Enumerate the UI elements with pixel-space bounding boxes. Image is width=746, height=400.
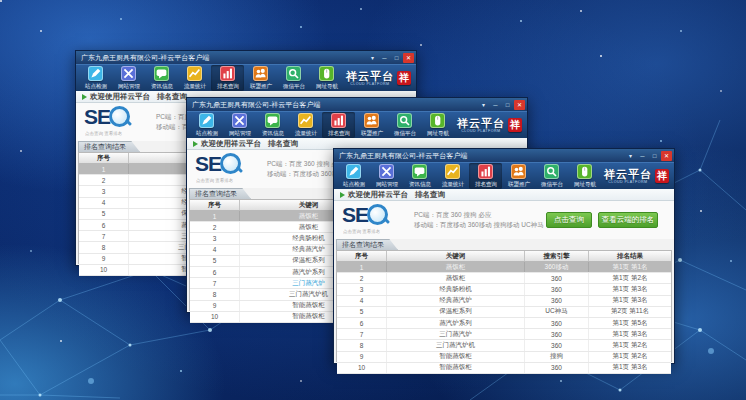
magnifier-icon bbox=[286, 66, 301, 81]
toolbar-item-label: 流量统计 bbox=[294, 129, 316, 137]
toolbar-item-label: 联盟推广 bbox=[360, 129, 382, 137]
toolbar-item-union-promo[interactable]: 联盟推广 bbox=[244, 65, 277, 91]
brand-name: 祥云平台 bbox=[346, 71, 394, 82]
search-engine-cell: 360 bbox=[525, 340, 589, 350]
table-row[interactable]: 5保温柜系列UC神马第2页 第11名 bbox=[337, 307, 671, 318]
minimize-button[interactable]: ─ bbox=[379, 53, 390, 63]
seo-logo: SE bbox=[195, 153, 241, 174]
pencil-icon bbox=[346, 164, 361, 179]
toolbar-item-label: 联盟推广 bbox=[507, 180, 529, 188]
bar-chart-icon bbox=[331, 113, 346, 128]
search-engine-cell: 360 bbox=[525, 329, 589, 339]
toolbar-item-site-check[interactable]: 站点检测 bbox=[337, 163, 370, 189]
toolbar-item-site-nav[interactable]: 网址导航 bbox=[310, 65, 343, 91]
seo-logo-text: SE bbox=[195, 153, 221, 174]
close-button[interactable]: ✕ bbox=[514, 100, 525, 110]
query-button[interactable]: 点击查询 bbox=[546, 212, 592, 228]
row-index-cell: 6 bbox=[337, 318, 387, 328]
brand-seal: 祥 bbox=[508, 118, 522, 132]
title-bar[interactable]: 广东九鼎王厨具有限公司-祥云平台客户端 ▾ ─ □ ✕ bbox=[334, 149, 674, 162]
keyword-cell: 蒸饭柜 bbox=[387, 262, 525, 272]
toolbar-item-traffic-stat[interactable]: 流量统计 bbox=[178, 65, 211, 91]
skin-menu-button[interactable]: ▾ bbox=[625, 151, 636, 161]
minimize-button[interactable]: ─ bbox=[490, 100, 501, 110]
line-chart-icon bbox=[187, 66, 202, 81]
header-index: 序号 bbox=[190, 200, 240, 210]
tab-rank-results[interactable]: 排名查询结果 bbox=[78, 141, 140, 152]
header-index: 序号 bbox=[337, 251, 387, 261]
rank-result-cell: 第1页 第3名 bbox=[589, 296, 671, 306]
app-window: 广东九鼎王厨具有限公司-祥云平台客户端 ▾ ─ □ ✕ 站点检测网站管理资讯信息… bbox=[333, 148, 675, 364]
table-row[interactable]: 8三门蒸汽炉机360第1页 第2名 bbox=[337, 340, 671, 351]
table-row[interactable]: 9智能蒸饭柜搜狗第1页 第2名 bbox=[337, 352, 671, 363]
toolbar-item-union-promo[interactable]: 联盟推广 bbox=[355, 112, 388, 138]
maximize-button[interactable]: □ bbox=[502, 100, 513, 110]
breadcrumb-page: 排名查询 bbox=[157, 92, 187, 102]
toolbar-item-traffic-stat[interactable]: 流量统计 bbox=[436, 163, 469, 189]
skin-menu-button[interactable]: ▾ bbox=[367, 53, 378, 63]
toolbar-item-site-manage[interactable]: 网站管理 bbox=[112, 65, 145, 91]
toolbar-item-news-info[interactable]: 资讯信息 bbox=[403, 163, 436, 189]
brand-subtitle: CLOUD PLATFORM bbox=[461, 129, 500, 133]
table-row[interactable]: 1蒸饭柜360移动第1页 第1名 bbox=[337, 262, 671, 273]
toolbar-item-rank-query[interactable]: 排名查询 bbox=[211, 65, 244, 91]
toolbar-item-wechat[interactable]: 微信平台 bbox=[535, 163, 568, 189]
table-row[interactable]: 4经典蒸汽炉360第1页 第3名 bbox=[337, 296, 671, 307]
row-index-cell: 2 bbox=[190, 222, 240, 232]
toolbar-item-wechat[interactable]: 微信平台 bbox=[388, 112, 421, 138]
rank-result-cell: 第2页 第11名 bbox=[589, 307, 671, 317]
rank-result-cell: 第1页 第3名 bbox=[589, 363, 671, 373]
table-row[interactable]: 3经典肠粉机360第1页 第3名 bbox=[337, 284, 671, 295]
toolbar-item-news-info[interactable]: 资讯信息 bbox=[256, 112, 289, 138]
pencil-icon bbox=[199, 113, 214, 128]
brand-logo: 祥云平台 CLOUD PLATFORM 祥 bbox=[346, 65, 413, 91]
maximize-button[interactable]: □ bbox=[649, 151, 660, 161]
search-engine-cell: UC神马 bbox=[525, 307, 589, 317]
toolbar-item-site-manage[interactable]: 网站管理 bbox=[223, 112, 256, 138]
view-cloud-rank-button[interactable]: 查看云端的排名 bbox=[598, 212, 658, 228]
table-row[interactable]: 10智能蒸饭柜360第1页 第3名 bbox=[337, 363, 671, 374]
brand-name: 祥云平台 bbox=[604, 169, 652, 180]
seo-logo-text: SE bbox=[342, 204, 368, 225]
toolbar-item-site-check[interactable]: 站点检测 bbox=[79, 65, 112, 91]
row-index-cell: 7 bbox=[337, 329, 387, 339]
toolbar-item-site-manage[interactable]: 网站管理 bbox=[370, 163, 403, 189]
tab-rank-results[interactable]: 排名查询结果 bbox=[189, 188, 251, 199]
keyword-cell: 蒸汽炉系列 bbox=[387, 318, 525, 328]
toolbar-item-site-check[interactable]: 站点检测 bbox=[190, 112, 223, 138]
rank-table: 序号 关键词 搜索引擎 排名结果 1蒸饭柜360移动第1页 第1名2蒸饭柜360… bbox=[336, 250, 672, 362]
toolbar-item-traffic-stat[interactable]: 流量统计 bbox=[289, 112, 322, 138]
close-button[interactable]: ✕ bbox=[403, 53, 414, 63]
toolbar-item-wechat[interactable]: 微信平台 bbox=[277, 65, 310, 91]
rank-result-cell: 第1页 第5名 bbox=[589, 318, 671, 328]
toolbar-item-union-promo[interactable]: 联盟推广 bbox=[502, 163, 535, 189]
brand-seal: 祥 bbox=[655, 169, 669, 183]
tab-rank-results[interactable]: 排名查询结果 bbox=[336, 239, 398, 250]
people-icon bbox=[253, 66, 268, 81]
magnifier-logo-icon bbox=[220, 153, 241, 174]
minimize-button[interactable]: ─ bbox=[637, 151, 648, 161]
engine-mobile-line: 移动端：百度移动 360移动 搜狗移动 UC神马 bbox=[414, 220, 544, 230]
title-bar[interactable]: 广东九鼎王厨具有限公司-祥云平台客户端 ▾ ─ □ ✕ bbox=[76, 51, 416, 64]
brand-seal: 祥 bbox=[397, 71, 411, 85]
close-button[interactable]: ✕ bbox=[661, 151, 672, 161]
maximize-button[interactable]: □ bbox=[391, 53, 402, 63]
title-bar[interactable]: 广东九鼎王厨具有限公司-祥云平台客户端 ▾ ─ □ ✕ bbox=[187, 98, 527, 111]
toolbar-item-rank-query[interactable]: 排名查询 bbox=[469, 163, 502, 189]
table-row[interactable]: 7三门蒸汽炉360第1页 第3名 bbox=[337, 329, 671, 340]
toolbar-item-site-nav[interactable]: 网址导航 bbox=[568, 163, 601, 189]
row-index-cell: 5 bbox=[337, 307, 387, 317]
table-row[interactable]: 2蒸饭柜360第1页 第2名 bbox=[337, 273, 671, 284]
row-index-cell: 8 bbox=[79, 242, 129, 252]
toolbar-item-news-info[interactable]: 资讯信息 bbox=[145, 65, 178, 91]
tools-icon bbox=[379, 164, 394, 179]
table-row[interactable]: 6蒸汽炉系列360第1页 第5名 bbox=[337, 318, 671, 329]
row-index-cell: 1 bbox=[190, 211, 240, 221]
row-index-cell: 6 bbox=[190, 267, 240, 277]
keyword-cell: 智能蒸饭柜 bbox=[387, 352, 525, 362]
toolbar-item-rank-query[interactable]: 排名查询 bbox=[322, 112, 355, 138]
skin-menu-button[interactable]: ▾ bbox=[478, 100, 489, 110]
header-keyword: 关键词 bbox=[387, 251, 525, 261]
keyword-cell: 蒸饭柜 bbox=[387, 273, 525, 283]
toolbar-item-site-nav[interactable]: 网址导航 bbox=[421, 112, 454, 138]
